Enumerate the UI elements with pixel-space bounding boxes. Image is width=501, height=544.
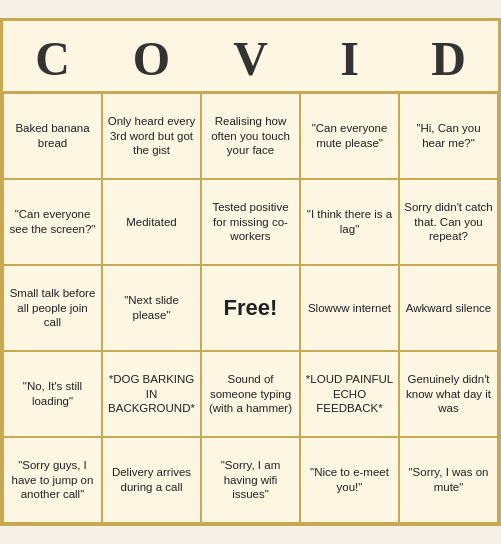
bingo-card: C O V I D Baked banana breadOnly heard e… xyxy=(0,18,501,526)
grid-cell-r0-c4[interactable]: "Hi, Can you hear me?" xyxy=(399,93,498,179)
grid-cell-r1-c2[interactable]: Tested positive for missing co-workers xyxy=(201,179,300,265)
cell-text-r2-c1: "Next slide please" xyxy=(107,293,196,323)
header-letter-i: I xyxy=(305,31,395,86)
cell-text-r0-c0: Baked banana bread xyxy=(8,121,97,151)
bingo-header: C O V I D xyxy=(3,21,498,91)
grid-cell-r2-c1[interactable]: "Next slide please" xyxy=(102,265,201,351)
header-letter-d: D xyxy=(404,31,494,86)
cell-text-r1-c2: Tested positive for missing co-workers xyxy=(206,200,295,245)
grid-cell-r0-c2[interactable]: Realising how often you touch your face xyxy=(201,93,300,179)
cell-text-r4-c3: "Nice to e-meet you!" xyxy=(305,465,394,495)
cell-text-r4-c4: "Sorry, I was on mute" xyxy=(404,465,493,495)
grid-cell-r3-c1[interactable]: *DOG BARKING IN BACKGROUND* xyxy=(102,351,201,437)
cell-text-r2-c4: Awkward silence xyxy=(406,301,491,316)
cell-text-r4-c1: Delivery arrives during a call xyxy=(107,465,196,495)
cell-text-r1-c1: Meditated xyxy=(126,215,177,230)
grid-cell-r1-c0[interactable]: "Can everyone see the screen?" xyxy=(3,179,102,265)
grid-cell-r0-c0[interactable]: Baked banana bread xyxy=(3,93,102,179)
grid-cell-r2-c0[interactable]: Small talk before all people join call xyxy=(3,265,102,351)
bingo-grid: Baked banana breadOnly heard every 3rd w… xyxy=(3,91,498,523)
cell-text-r0-c1: Only heard every 3rd word but got the gi… xyxy=(107,114,196,159)
grid-cell-r1-c4[interactable]: Sorry didn't catch that. Can you repeat? xyxy=(399,179,498,265)
grid-cell-r4-c1[interactable]: Delivery arrives during a call xyxy=(102,437,201,523)
grid-cell-r3-c4[interactable]: Genuinely didn't know what day it was xyxy=(399,351,498,437)
cell-text-r1-c0: "Can everyone see the screen?" xyxy=(8,207,97,237)
cell-text-r4-c0: "Sorry guys, I have to jump on another c… xyxy=(8,458,97,503)
grid-cell-r1-c1[interactable]: Meditated xyxy=(102,179,201,265)
cell-text-r0-c2: Realising how often you touch your face xyxy=(206,114,295,159)
header-letter-o: O xyxy=(107,31,197,86)
grid-cell-r0-c3[interactable]: "Can everyone mute please" xyxy=(300,93,399,179)
grid-cell-r4-c2[interactable]: "Sorry, I am having wifi issues" xyxy=(201,437,300,523)
grid-cell-r2-c3[interactable]: Slowww internet xyxy=(300,265,399,351)
grid-cell-r3-c2[interactable]: Sound of someone typing (with a hammer) xyxy=(201,351,300,437)
grid-cell-r1-c3[interactable]: "I think there is a lag" xyxy=(300,179,399,265)
grid-cell-r4-c3[interactable]: "Nice to e-meet you!" xyxy=(300,437,399,523)
grid-cell-r2-c2[interactable]: Free! xyxy=(201,265,300,351)
cell-text-r3-c0: "No, It's still loading" xyxy=(8,379,97,409)
cell-text-r2-c2: Free! xyxy=(224,294,278,323)
cell-text-r4-c2: "Sorry, I am having wifi issues" xyxy=(206,458,295,503)
grid-cell-r4-c0[interactable]: "Sorry guys, I have to jump on another c… xyxy=(3,437,102,523)
cell-text-r3-c2: Sound of someone typing (with a hammer) xyxy=(206,372,295,417)
grid-cell-r3-c3[interactable]: *LOUD PAINFUL ECHO FEEDBACK* xyxy=(300,351,399,437)
cell-text-r3-c3: *LOUD PAINFUL ECHO FEEDBACK* xyxy=(305,372,394,417)
cell-text-r0-c4: "Hi, Can you hear me?" xyxy=(404,121,493,151)
header-letter-c: C xyxy=(8,31,98,86)
cell-text-r2-c3: Slowww internet xyxy=(308,301,391,316)
grid-cell-r3-c0[interactable]: "No, It's still loading" xyxy=(3,351,102,437)
cell-text-r0-c3: "Can everyone mute please" xyxy=(305,121,394,151)
grid-cell-r4-c4[interactable]: "Sorry, I was on mute" xyxy=(399,437,498,523)
cell-text-r2-c0: Small talk before all people join call xyxy=(8,286,97,331)
cell-text-r1-c3: "I think there is a lag" xyxy=(305,207,394,237)
cell-text-r3-c1: *DOG BARKING IN BACKGROUND* xyxy=(107,372,196,417)
cell-text-r3-c4: Genuinely didn't know what day it was xyxy=(404,372,493,417)
grid-cell-r2-c4[interactable]: Awkward silence xyxy=(399,265,498,351)
header-letter-v: V xyxy=(206,31,296,86)
grid-cell-r0-c1[interactable]: Only heard every 3rd word but got the gi… xyxy=(102,93,201,179)
cell-text-r1-c4: Sorry didn't catch that. Can you repeat? xyxy=(404,200,493,245)
